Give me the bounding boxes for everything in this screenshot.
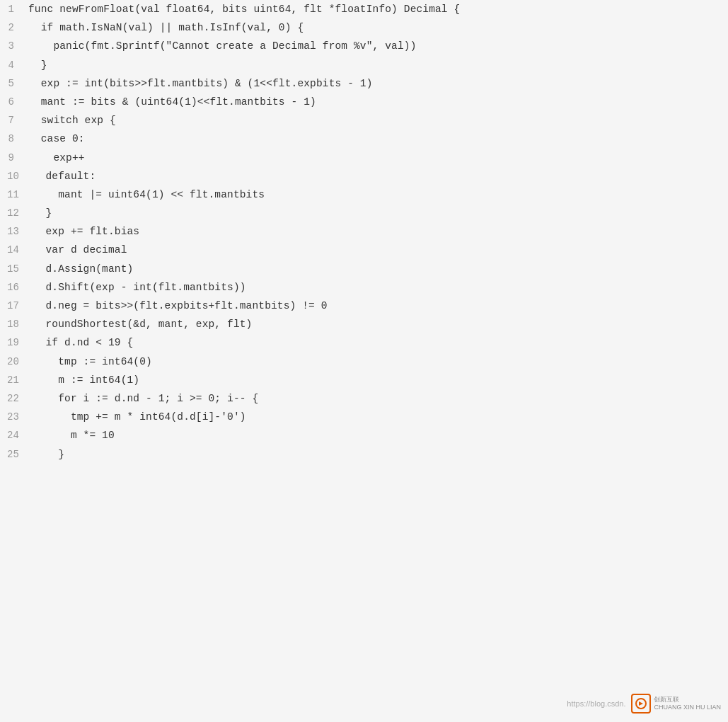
- code-line-7: 7 switch exp {: [0, 111, 728, 130]
- line-code: default:: [33, 167, 728, 185]
- code-lines: 1func newFromFloat(val float64, bits uin…: [0, 0, 728, 464]
- code-line-20: 20 tmp := int64(0): [0, 353, 728, 371]
- line-number: 10: [0, 168, 33, 185]
- line-number: 8: [0, 130, 28, 148]
- code-line-9: 9 exp++: [0, 149, 728, 167]
- code-line-15: 15 d.Assign(mant): [0, 260, 728, 278]
- line-code: d.Shift(exp - int(flt.mantbits)): [33, 278, 728, 297]
- code-line-6: 6 mant := bits & (uint64(1)<<flt.mantbit…: [0, 93, 728, 111]
- line-code: if d.nd < 19 {: [33, 333, 728, 352]
- line-number: 20: [0, 353, 33, 371]
- line-number: 7: [0, 112, 28, 130]
- logo-icon: [631, 694, 651, 714]
- code-line-2: 2 if math.IsNaN(val) || math.IsInf(val, …: [0, 18, 728, 37]
- watermark-logo: 创新互联 CHUANG XIN HU LIAN: [631, 694, 721, 714]
- line-number: 2: [0, 19, 28, 37]
- line-number: 24: [0, 427, 33, 445]
- line-code: m := int64(1): [33, 371, 728, 389]
- logo-text: 创新互联 CHUANG XIN HU LIAN: [654, 696, 721, 711]
- line-number: 18: [0, 316, 33, 333]
- line-code: exp := int(bits>>flt.mantbits) & (1<<flt…: [28, 74, 728, 93]
- code-line-10: 10 default:: [0, 167, 728, 185]
- code-line-1: 1func newFromFloat(val float64, bits uin…: [0, 0, 728, 18]
- code-line-17: 17 d.neg = bits>>(flt.expbits+flt.mantbi…: [0, 297, 728, 315]
- line-code: case 0:: [28, 130, 728, 148]
- line-number: 19: [0, 334, 33, 352]
- line-code: if math.IsNaN(val) || math.IsInf(val, 0)…: [28, 18, 728, 37]
- line-code: m *= 10: [33, 426, 728, 445]
- code-line-3: 3 panic(fmt.Sprintf("Cannot create a Dec…: [0, 37, 728, 55]
- line-code: mant |= uint64(1) << flt.mantbits: [33, 185, 728, 204]
- line-code: for i := d.nd - 1; i >= 0; i-- {: [33, 389, 728, 408]
- line-code: }: [33, 445, 728, 464]
- code-line-5: 5 exp := int(bits>>flt.mantbits) & (1<<f…: [0, 74, 728, 93]
- line-code: d.neg = bits>>(flt.expbits+flt.mantbits)…: [33, 297, 728, 315]
- line-code: exp += flt.bias: [33, 222, 728, 241]
- code-line-19: 19 if d.nd < 19 {: [0, 333, 728, 352]
- code-line-21: 21 m := int64(1): [0, 371, 728, 389]
- line-code: roundShortest(&d, mant, exp, flt): [33, 315, 728, 333]
- line-code: d.Assign(mant): [33, 260, 728, 278]
- line-code: exp++: [28, 149, 728, 167]
- line-number: 15: [0, 260, 33, 278]
- line-code: mant := bits & (uint64(1)<<flt.mantbits …: [28, 93, 728, 111]
- code-container: 1func newFromFloat(val float64, bits uin…: [0, 0, 728, 722]
- line-code: }: [33, 204, 728, 222]
- logo-text-bottom: CHUANG XIN HU LIAN: [654, 704, 721, 711]
- line-number: 4: [0, 57, 28, 74]
- logo-text-top: 创新互联: [654, 696, 721, 704]
- code-line-11: 11 mant |= uint64(1) << flt.mantbits: [0, 185, 728, 204]
- code-line-13: 13 exp += flt.bias: [0, 222, 728, 241]
- line-number: 17: [0, 297, 33, 315]
- line-number: 6: [0, 93, 28, 111]
- line-number: 5: [0, 75, 28, 93]
- line-number: 9: [0, 149, 28, 167]
- line-number: 11: [0, 186, 33, 204]
- line-number: 13: [0, 223, 33, 241]
- code-line-14: 14 var d decimal: [0, 241, 728, 259]
- watermark-url: https://blog.csdn.: [567, 699, 625, 708]
- line-number: 3: [0, 38, 28, 55]
- code-line-25: 25 }: [0, 445, 728, 464]
- line-number: 16: [0, 279, 33, 297]
- code-line-16: 16 d.Shift(exp - int(flt.mantbits)): [0, 278, 728, 297]
- code-line-18: 18 roundShortest(&d, mant, exp, flt): [0, 315, 728, 333]
- line-number: 12: [0, 205, 33, 222]
- code-line-23: 23 tmp += m * int64(d.d[i]-'0'): [0, 408, 728, 426]
- line-code: var d decimal: [33, 241, 728, 259]
- line-number: 22: [0, 390, 33, 408]
- code-line-8: 8 case 0:: [0, 130, 728, 148]
- code-line-24: 24 m *= 10: [0, 426, 728, 445]
- line-code: tmp := int64(0): [33, 353, 728, 371]
- line-number: 1: [0, 1, 28, 18]
- line-code: switch exp {: [28, 111, 728, 130]
- code-line-12: 12 }: [0, 204, 728, 222]
- line-code: func newFromFloat(val float64, bits uint…: [28, 0, 728, 18]
- line-number: 21: [0, 372, 33, 389]
- code-line-4: 4 }: [0, 56, 728, 74]
- line-code: tmp += m * int64(d.d[i]-'0'): [33, 408, 728, 426]
- line-code: panic(fmt.Sprintf("Cannot create a Decim…: [28, 37, 728, 55]
- line-number: 23: [0, 408, 33, 426]
- code-line-22: 22 for i := d.nd - 1; i >= 0; i-- {: [0, 389, 728, 408]
- line-number: 25: [0, 446, 33, 464]
- line-code: }: [28, 56, 728, 74]
- line-number: 14: [0, 241, 33, 259]
- watermark: https://blog.csdn. 创新互联 CHUANG XIN HU LI…: [567, 694, 721, 714]
